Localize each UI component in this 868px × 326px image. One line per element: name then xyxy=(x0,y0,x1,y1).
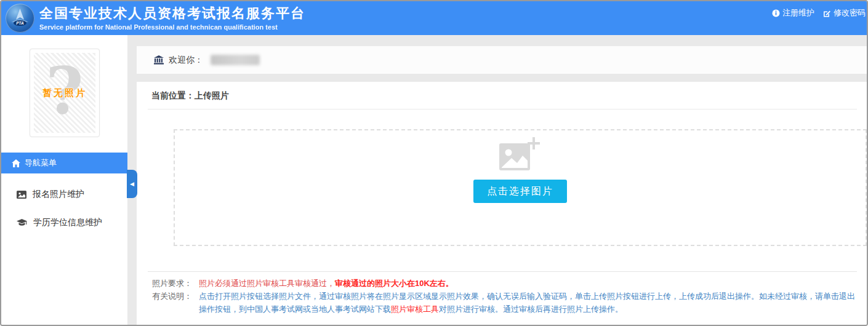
welcome-label: 欢迎你： xyxy=(169,55,203,66)
nav-menu-header: 导航菜单 xyxy=(1,153,127,173)
change-password-label: 修改密码 xyxy=(834,7,866,18)
sidebar: ? 暂无照片 导航菜单 报名照片维护 学历学位信息维护 ◀ xyxy=(1,35,127,325)
cpta-logo-art: PTA xyxy=(6,4,34,33)
cpta-logo: PTA xyxy=(6,4,34,33)
image-plus-icon xyxy=(499,137,541,174)
register-maintenance-link[interactable]: 注册维护 xyxy=(772,7,814,18)
site-subtitle: Service platform for National Profession… xyxy=(39,23,305,31)
requirement-text-part1: 照片必须通过照片审核工具审核通过， xyxy=(199,279,335,288)
register-maintenance-label: 注册维护 xyxy=(782,7,814,18)
photo-requirements-text: 照片必须通过照片审核工具审核通过，审核通过的照片大小在10K左右。 xyxy=(199,277,857,290)
sidebar-item-label: 学历学位信息维护 xyxy=(33,217,102,228)
chevron-left-icon: ◀ xyxy=(130,181,134,187)
instructions-text: 点击打开照片按钮选择照片文件，通过审核照片将在照片显示区域显示照片效果，确认无误… xyxy=(199,290,857,316)
photo-requirements-label: 照片要求： xyxy=(152,277,196,290)
graduation-cap-icon xyxy=(17,219,27,227)
instructions-row: 有关说明： 点击打开照片按钮选择照片文件，通过审核照片将在照片显示区域显示照片效… xyxy=(152,290,857,316)
home-icon xyxy=(12,159,20,167)
top-header: PTA 全国专业技术人员资格考试报名服务平台 Service platform … xyxy=(1,1,867,35)
nav-menu-label: 导航菜单 xyxy=(25,157,57,169)
svg-text:PTA: PTA xyxy=(16,21,24,25)
instructions-text-part2: 对照片进行审核。通过审核后再进行照片上传操作。 xyxy=(439,304,623,314)
change-password-link[interactable]: 修改密码 xyxy=(823,7,866,18)
photo-placeholder-stripes: ? 暂无照片 xyxy=(34,53,95,133)
app-window: PTA 全国专业技术人员资格考试报名服务平台 Service platform … xyxy=(0,0,868,326)
sidebar-collapse-toggle[interactable]: ◀ xyxy=(127,170,137,198)
breadcrumb: 当前位置：上传照片 xyxy=(148,82,857,109)
instructions-label: 有关说明： xyxy=(152,290,196,316)
photo-placeholder-card: ? 暂无照片 xyxy=(30,49,100,137)
institution-icon xyxy=(154,55,164,65)
info-icon xyxy=(772,9,780,17)
picture-icon xyxy=(17,191,26,199)
edit-icon xyxy=(823,9,831,17)
sidebar-item-label: 报名照片维护 xyxy=(33,189,84,200)
select-image-button[interactable]: 点击选择图片 xyxy=(473,180,567,203)
requirement-text-part2: 审核通过的照片大小在10K左右。 xyxy=(335,279,454,288)
sidebar-item-education-info[interactable]: 学历学位信息维护 xyxy=(1,211,127,234)
site-title: 全国专业技术人员资格考试报名服务平台 xyxy=(39,5,305,22)
content-panel: 当前位置：上传照片 点击选择图片 照片要求： 照片必须通过照片审核工具审核通过，… xyxy=(137,82,867,325)
photo-check-tool-highlight: 照片审核工具 xyxy=(391,304,439,314)
redacted-username xyxy=(211,55,260,65)
sidebar-item-photo-maintenance[interactable]: 报名照片维护 xyxy=(1,183,127,206)
welcome-bar: 欢迎你： xyxy=(137,46,867,74)
no-photo-label: 暂无照片 xyxy=(42,87,87,99)
photo-requirements-row: 照片要求： 照片必须通过照片审核工具审核通过，审核通过的照片大小在10K左右。 xyxy=(152,277,857,290)
header-links: 注册维护 修改密码 xyxy=(772,7,866,18)
main-content: 欢迎你： 当前位置：上传照片 点击选择图片 照片要求： xyxy=(137,35,867,325)
notes-section: 照片要求： 照片必须通过照片审核工具审核通过，审核通过的照片大小在10K左右。 … xyxy=(148,271,857,316)
header-titles: 全国专业技术人员资格考试报名服务平台 Service platform for … xyxy=(39,5,305,31)
upload-dropzone[interactable]: 点击选择图片 xyxy=(174,129,867,246)
